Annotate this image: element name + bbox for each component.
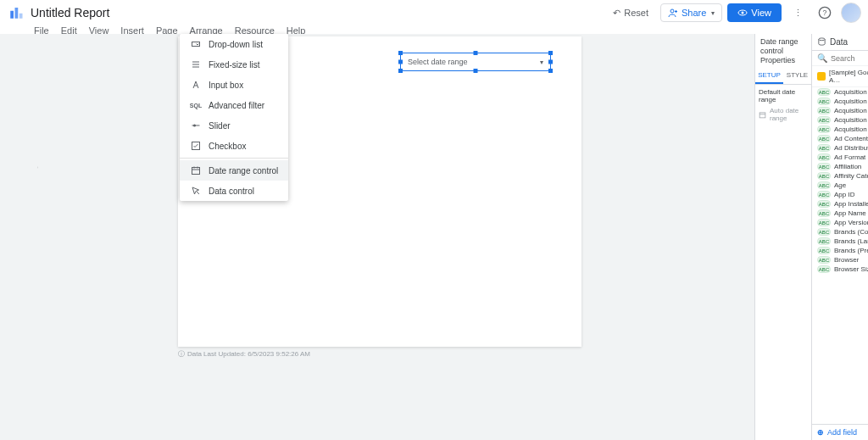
dropdown-icon: [190, 38, 202, 50]
date-range-control[interactable]: Select date range ▾: [400, 53, 551, 71]
field-type-badge: ABC: [817, 125, 831, 133]
field-type-badge: ABC: [817, 88, 831, 96]
datasource-row[interactable]: [Sample] Google A… ⋮: [812, 66, 868, 87]
field-item[interactable]: ABCAd Format: [812, 153, 868, 162]
field-label: Acquisition Channel: [834, 97, 868, 105]
field-label: Browser: [834, 256, 859, 264]
data-search-input[interactable]: [831, 54, 868, 63]
avatar[interactable]: [841, 3, 861, 23]
resize-handle-e[interactable]: [548, 60, 553, 64]
prop-auto-date-range[interactable]: Auto date range: [759, 107, 808, 122]
field-label: Brands (Previous C…: [834, 247, 868, 254]
field-item[interactable]: ABCApp Name: [812, 209, 868, 218]
field-item[interactable]: ABCAcquisition Source …: [812, 125, 868, 134]
field-label: Affiliation: [834, 163, 861, 170]
control-checkbox[interactable]: Checkbox: [180, 136, 288, 156]
resize-handle-ne[interactable]: [548, 51, 553, 55]
canvas-footer: ⓘ Data Last Updated: 6/5/2023 9:52:26 AM: [178, 349, 310, 359]
tab-style[interactable]: STYLE: [783, 68, 811, 84]
field-label: Brands (Landing Co…: [834, 237, 868, 245]
field-type-badge: ABC: [817, 209, 831, 217]
view-button[interactable]: View: [727, 3, 782, 22]
svg-rect-23: [192, 168, 200, 175]
field-label: Brands (Content Gr…: [834, 228, 868, 236]
add-control-dropdown: Drop-down list Fixed-size list Input box…: [180, 34, 288, 201]
control-data-control[interactable]: Data control: [180, 181, 288, 201]
field-item[interactable]: ABCAcquisition Medium: [812, 106, 868, 115]
field-item[interactable]: ABCAd Content: [812, 134, 868, 143]
analytics-icon: [817, 72, 826, 81]
field-label: Age: [834, 181, 846, 189]
field-type-badge: ABC: [817, 200, 831, 208]
field-type-badge: ABC: [817, 135, 831, 142]
field-item[interactable]: ABCAffiliation: [812, 162, 868, 171]
resize-handle-sw[interactable]: [398, 69, 403, 73]
search-icon: 🔍: [817, 53, 827, 63]
info-icon: ⓘ: [178, 349, 185, 359]
resize-handle-se[interactable]: [548, 69, 553, 73]
separator: [180, 158, 288, 159]
field-item[interactable]: ABCApp Installer ID: [812, 199, 868, 209]
right-panels: Date range control Properties SETUP STYL…: [754, 34, 868, 440]
field-type-badge: ABC: [817, 116, 831, 124]
chevron-down-icon: ▾: [540, 58, 543, 66]
data-control-icon: [190, 185, 202, 197]
field-item[interactable]: ABCAcquisition Source: [812, 115, 868, 125]
reset-button[interactable]: ↶ Reset: [606, 4, 655, 22]
field-item[interactable]: ABCBrands (Landing Co…: [812, 237, 868, 246]
properties-panel: Date range control Properties SETUP STYL…: [755, 34, 812, 440]
field-item[interactable]: ABCAffinity Category (re…: [812, 171, 868, 181]
plus-icon: ⊕: [817, 428, 824, 437]
field-item[interactable]: ABCApp Version: [812, 218, 868, 227]
field-item[interactable]: ABCBrands (Content Gr…: [812, 227, 868, 237]
svg-rect-0: [10, 11, 14, 19]
date-range-placeholder: Select date range: [408, 58, 468, 66]
field-item[interactable]: ABCBrands (Previous C…: [812, 246, 868, 255]
sql-icon: SQL: [190, 99, 202, 111]
field-type-badge: ABC: [817, 181, 831, 189]
field-type-badge: ABC: [817, 228, 831, 236]
canvas-area[interactable]: Select date range ▾ ⓘ Data Last Updated:…: [0, 34, 868, 440]
resize-handle-n[interactable]: [474, 51, 478, 55]
data-panel-title: Data: [830, 37, 848, 47]
list-icon: [190, 58, 202, 70]
control-date-range[interactable]: Date range control: [180, 160, 288, 181]
control-dropdown-list[interactable]: Drop-down list: [180, 34, 288, 54]
svg-point-25: [819, 38, 825, 41]
field-label: Acquisition Medium: [834, 107, 868, 114]
control-slider[interactable]: Slider: [180, 115, 288, 136]
field-item[interactable]: ABCAcquisition Campai…: [812, 87, 868, 97]
field-type-badge: ABC: [817, 191, 831, 198]
field-label: App Name: [834, 209, 866, 217]
tab-setup[interactable]: SETUP: [755, 68, 783, 84]
more-options-button[interactable]: ⋮: [787, 2, 809, 24]
field-type-badge: ABC: [817, 265, 831, 273]
share-button[interactable]: Share ▾: [660, 3, 722, 22]
resize-handle-nw[interactable]: [398, 51, 403, 55]
add-field-button[interactable]: ⊕ Add field: [812, 424, 868, 440]
field-item[interactable]: ABCAge: [812, 181, 868, 190]
field-label: App Installer ID: [834, 200, 868, 208]
prop-section-default-range: Default date range: [759, 88, 808, 103]
svg-point-3: [670, 9, 674, 13]
field-item[interactable]: ABCAcquisition Channel: [812, 97, 868, 106]
field-type-badge: ABC: [817, 172, 831, 180]
svg-point-21: [193, 125, 196, 127]
resize-handle-w[interactable]: [398, 60, 403, 64]
more-vert-icon: ⋮: [793, 8, 803, 19]
resize-handle-s[interactable]: [474, 69, 478, 73]
field-label: App Version: [834, 219, 868, 226]
control-advanced-filter[interactable]: SQLAdvanced filter: [180, 95, 288, 115]
field-item[interactable]: ABCBrowser Size: [812, 265, 868, 274]
control-input-box[interactable]: Input box: [180, 75, 288, 95]
field-item[interactable]: ABCBrowser: [812, 255, 868, 265]
svg-text:?: ?: [823, 8, 827, 17]
chevron-down-icon: ▾: [711, 9, 715, 17]
app-logo: [7, 3, 25, 22]
field-type-badge: ABC: [817, 247, 831, 254]
help-button[interactable]: ?: [814, 2, 836, 24]
field-item[interactable]: ABCApp ID: [812, 190, 868, 199]
doc-title[interactable]: Untitled Report: [31, 6, 606, 19]
field-item[interactable]: ABCAd Distribution Net…: [812, 143, 868, 153]
control-fixed-list[interactable]: Fixed-size list: [180, 54, 288, 75]
